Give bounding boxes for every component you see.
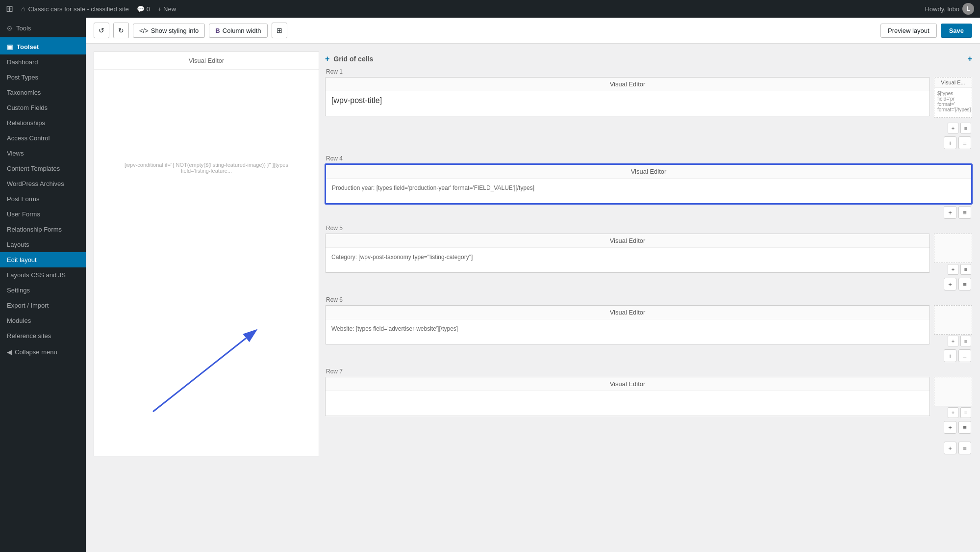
new-item-button[interactable]: + New (158, 5, 176, 13)
layout-wrapper: ⊙ Tools ▣ Toolset Dashboard Post Types T… (0, 18, 980, 552)
right-panel: + Grid of cells + Row 1 Visual Editor [w… (325, 52, 972, 456)
save-button[interactable]: Save (941, 24, 972, 38)
preview-label: Preview layout (888, 27, 930, 34)
bottom-row-actions: + ≡ (325, 440, 972, 456)
sidebar-toolset-logo[interactable]: ▣ Toolset (0, 37, 86, 54)
row-1-container: Visual Editor [wpv-post-title] Visual E.… (325, 77, 972, 134)
row-7-add-button[interactable]: + (944, 421, 956, 434)
row-5-add-button[interactable]: + (944, 278, 956, 290)
sidebar-item-dashboard[interactable]: Dashboard (0, 54, 86, 70)
row-6-side-actions: + ≡ (934, 335, 972, 347)
main-content: ↺ ↻ </> Show styling info B Column width… (86, 18, 980, 552)
sidebar-item-edit-layout[interactable]: Edit layout (0, 252, 86, 267)
house-icon: ⌂ (21, 5, 25, 13)
sidebar-item-relationship-forms[interactable]: Relationship Forms (0, 222, 86, 237)
row-6-editor-content[interactable]: Website: [types field='advertiser-websit… (326, 319, 930, 344)
row-7-visual-editor: Visual Editor (325, 377, 930, 416)
row-6-side-menu-btn[interactable]: ≡ (960, 336, 971, 346)
row-1-editor-content[interactable]: [wpv-post-title] (326, 91, 930, 116)
toolbar: ↺ ↻ </> Show styling info B Column width… (86, 18, 980, 44)
grid-add-right-icon[interactable]: + (968, 54, 972, 63)
row-5-main: Visual Editor Category: [wpv-post-taxono… (325, 234, 930, 276)
dashboard-label: Dashboard (7, 58, 38, 66)
grid-add-left-icon[interactable]: + (325, 54, 329, 63)
relationships-label: Relationships (7, 119, 45, 127)
row-6-menu-button[interactable]: ≡ (958, 349, 971, 362)
wp-logo-icon[interactable]: ⊞ (6, 3, 13, 14)
left-panel-header: Visual Editor (94, 52, 319, 70)
bottom-menu-button[interactable]: ≡ (958, 442, 971, 454)
row-7-side-actions: + ≡ (934, 406, 972, 419)
share-icon-button[interactable]: ⊞ (272, 23, 287, 38)
row-6-add-button[interactable]: + (944, 349, 956, 362)
sidebar-item-export-import[interactable]: Export / Import (0, 298, 86, 313)
preview-layout-button[interactable]: Preview layout (880, 24, 937, 38)
row-5-side-menu-btn[interactable]: ≡ (960, 264, 971, 275)
sidebar-item-wordpress-archives[interactable]: WordPress Archives (0, 176, 86, 191)
row-4-label: Row 4 (325, 155, 972, 162)
sidebar-item-content-templates[interactable]: Content Templates (0, 161, 86, 176)
sidebar-item-modules[interactable]: Modules (0, 313, 86, 328)
row-1-side-menu-btn[interactable]: ≡ (960, 123, 971, 133)
sidebar-item-relationships[interactable]: Relationships (0, 115, 86, 131)
comments-link[interactable]: 💬 0 (137, 5, 150, 13)
sidebar-item-post-forms[interactable]: Post Forms (0, 191, 86, 207)
row-1-side-actions: + ≡ (934, 122, 972, 134)
row-1-side-add-btn[interactable]: + (948, 123, 958, 133)
sidebar: ⊙ Tools ▣ Toolset Dashboard Post Types T… (0, 18, 86, 552)
sidebar-item-user-forms[interactable]: User Forms (0, 207, 86, 222)
bottom-add-button[interactable]: + (944, 442, 956, 454)
row-7-side-menu-btn[interactable]: ≡ (960, 407, 971, 418)
row-5-side-add-btn[interactable]: + (948, 264, 958, 275)
row-6-side: + ≡ (934, 305, 972, 347)
row-4-actions: + ≡ (325, 204, 972, 221)
sidebar-item-access-control[interactable]: Access Control (0, 131, 86, 146)
sidebar-item-settings[interactable]: Settings (0, 283, 86, 298)
collapse-icon: ◀ (7, 348, 12, 356)
sidebar-item-taxonomies[interactable]: Taxonomies (0, 85, 86, 100)
redo-button[interactable]: ↻ (113, 23, 129, 38)
row-5-menu-button[interactable]: ≡ (958, 278, 971, 290)
sidebar-item-custom-fields[interactable]: Custom Fields (0, 100, 86, 115)
access-control-label: Access Control (7, 134, 50, 142)
row-1-content-text: [wpv-post-title] (331, 96, 382, 105)
column-width-button[interactable]: B Column width (209, 24, 267, 38)
column-width-label: Column width (223, 27, 261, 34)
row-4-editor-content[interactable]: Production year: [types field='productio… (326, 179, 971, 203)
reference-sites-label: Reference sites (7, 332, 51, 340)
row-1-side-header: Visual E... (934, 78, 972, 88)
row-4-content-text: Production year: [types field='productio… (332, 184, 534, 191)
row-4-menu-button[interactable]: ≡ (958, 206, 971, 219)
row-7-editor-content[interactable] (326, 391, 930, 416)
sidebar-item-layouts[interactable]: Layouts (0, 237, 86, 252)
custom-fields-label: Custom Fields (7, 104, 48, 111)
row-5-container: Visual Editor Category: [wpv-post-taxono… (325, 234, 972, 276)
row-7-menu-button[interactable]: ≡ (958, 421, 971, 434)
row-6-side-add-btn[interactable]: + (948, 336, 958, 346)
row-7-side-add-btn[interactable]: + (948, 407, 958, 418)
layouts-label: Layouts (7, 241, 29, 248)
sidebar-item-post-types[interactable]: Post Types (0, 70, 86, 85)
row-7-editor-header: Visual Editor (326, 377, 930, 391)
sidebar-item-layouts-css[interactable]: Layouts CSS and JS (0, 267, 86, 283)
row-7-side: + ≡ (934, 377, 972, 419)
row-4-add-button[interactable]: + (944, 206, 956, 219)
collapse-menu-button[interactable]: ◀ Collapse menu (0, 343, 86, 361)
show-styling-info-button[interactable]: </> Show styling info (133, 24, 205, 38)
comments-count: 0 (147, 5, 150, 13)
content-templates-label: Content Templates (7, 165, 60, 172)
row-1-menu-button[interactable]: ≡ (958, 136, 971, 149)
user-forms-label: User Forms (7, 210, 40, 218)
sidebar-item-views[interactable]: Views (0, 146, 86, 161)
sidebar-item-reference-sites[interactable]: Reference sites (0, 328, 86, 343)
undo-button[interactable]: ↺ (94, 23, 109, 38)
row-5-side-actions: + ≡ (934, 263, 972, 276)
row-5-visual-editor: Visual Editor Category: [wpv-post-taxono… (325, 234, 930, 273)
site-name-text: Classic cars for sale - classified site (28, 5, 128, 13)
row-1-add-button[interactable]: + (944, 136, 956, 149)
sidebar-tools-header: ⊙ Tools (0, 18, 86, 37)
row-4-editor-header: Visual Editor (326, 165, 971, 179)
site-name[interactable]: ⌂ Classic cars for sale - classified sit… (21, 5, 129, 13)
code-icon: </> (139, 27, 149, 34)
row-5-editor-content[interactable]: Category: [wpv-post-taxonomy type="listi… (326, 248, 930, 272)
